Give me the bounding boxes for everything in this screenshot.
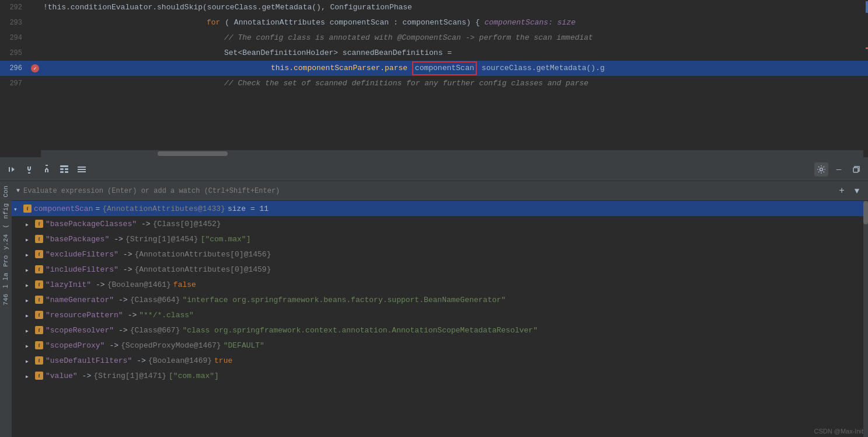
var-row-basePackages[interactable]: ▶ f "basePackages" -> {String[1]@1454} [… [12, 231, 868, 247]
var-type-basePackageClasses: {Class[0]@1452} [153, 220, 221, 228]
expand-arrow-basePackageClasses[interactable]: ▶ [26, 220, 35, 228]
var-type-lazyInit: {Boolean@1461} [107, 280, 171, 289]
view-lines-button[interactable] [75, 162, 89, 176]
var-icon-excludeFilters: f [35, 250, 43, 258]
var-type-nameGenerator: {Class@664} [130, 296, 180, 304]
var-equals: = [95, 204, 100, 213]
var-name-resourcePattern: "resourcePattern" [46, 311, 123, 320]
var-icon-useDefaultFilters: f [35, 356, 43, 365]
var-row-basePackageClasses[interactable]: ▶ f "basePackageClasses" -> {Class[0]@14… [12, 216, 868, 231]
expand-arrow-resourcePattern[interactable]: ▶ [26, 311, 35, 320]
line-content-295: Set<BeanDefinitionHolder> scannedBeanDef… [41, 46, 868, 61]
var-arrow-11: -> [82, 372, 92, 380]
var-row-lazyInit[interactable]: ▶ f "lazyInit" -> {Boolean@1461} false [12, 277, 868, 292]
var-name-scopeResolver: "scopeResolver" [46, 326, 114, 335]
expand-arrow-down[interactable]: ▼ [14, 204, 23, 213]
var-row-includeFilters[interactable]: ▶ f "includeFilters" -> {AnnotationAttri… [12, 262, 868, 277]
var-type-scopedProxy: {ScopedProxyMode@1467} [121, 341, 221, 350]
watermark: CSDN @Max-Init [814, 428, 863, 435]
svg-rect-1 [60, 168, 64, 170]
expand-arrow-excludeFilters[interactable]: ▶ [26, 250, 35, 259]
var-arrow-6: -> [118, 296, 128, 304]
line-number-294: 294 [0, 34, 29, 42]
var-row-component-scan[interactable]: ▼ f componentScan = {AnnotationAttribute… [12, 201, 868, 216]
var-icon-value: f [35, 372, 43, 380]
var-arrow-1: -> [141, 220, 151, 228]
expand-arrow-scopeResolver[interactable]: ▶ [26, 326, 35, 335]
var-row-excludeFilters[interactable]: ▶ f "excludeFilters" -> {AnnotationAttri… [12, 247, 868, 262]
expand-arrow-nameGenerator[interactable]: ▶ [26, 296, 35, 304]
expand-arrow-useDefaultFilters[interactable]: ▶ [26, 356, 35, 365]
var-type-excludeFilters: {AnnotationAttributes[0]@1456} [134, 250, 271, 259]
var-type-value: {String[1]@1471} [93, 372, 166, 380]
restore-button[interactable] [849, 162, 863, 176]
code-line-294: 294 // The config class is annotated wit… [0, 30, 868, 46]
var-type-scopeResolver: {Class@667} [130, 326, 180, 335]
variables-scrollbar[interactable] [863, 201, 868, 437]
var-name-excludeFilters: "excludeFilters" [46, 250, 118, 259]
line-number-292: 292 [0, 4, 29, 12]
horizontal-scrollbar[interactable] [41, 150, 863, 157]
var-arrow-3: -> [123, 250, 133, 259]
var-value-value: ["com.max"] [169, 372, 219, 380]
gutter-296 [29, 64, 41, 72]
expand-arrow-lazyInit[interactable]: ▶ [26, 280, 35, 289]
var-row-scopeResolver[interactable]: ▶ f "scopeResolver" -> {Class@667} "clas… [12, 322, 868, 338]
minimize-button[interactable]: — [832, 162, 846, 176]
main-container: 292 !this.conditionEvaluator.shouldSkip(… [0, 0, 868, 437]
sidebar-label-con: Con [2, 186, 9, 197]
var-row-value[interactable]: ▶ f "value" -> {String[1]@1471} ["com.ma… [12, 368, 868, 383]
step-over-button[interactable] [5, 162, 19, 176]
sidebar-label-746: 746 [2, 294, 9, 306]
var-type-useDefaultFilters: {Boolean@1469} [148, 356, 212, 365]
line-number-296: 296 [0, 64, 29, 72]
var-name-includeFilters: "includeFilters" [46, 265, 118, 274]
var-row-scopedProxy[interactable]: ▶ f "scopedProxy" -> {ScopedProxyMode@14… [12, 338, 868, 353]
line-number-297: 297 [0, 79, 29, 88]
var-value-useDefaultFilters: true [214, 356, 232, 365]
component-scan-highlight: componentScan [412, 61, 477, 75]
var-icon-scopedProxy: f [35, 341, 43, 349]
var-arrow-7: -> [128, 311, 137, 320]
step-out-button[interactable] [40, 162, 54, 176]
eval-collapse-arrow[interactable]: ▼ [16, 188, 20, 194]
svg-rect-4 [65, 171, 68, 173]
var-type-componentScan: {AnnotationAttributes@1433} [102, 204, 225, 213]
step-into-button[interactable] [22, 162, 36, 176]
scroll-thumb[interactable] [866, 1, 868, 13]
debug-toolbar: — [0, 158, 868, 181]
view-table-button[interactable] [57, 162, 71, 176]
scrollbar-thumb-h[interactable] [158, 151, 228, 156]
svg-point-8 [820, 168, 823, 171]
add-watch-button[interactable]: + [835, 185, 848, 197]
code-scrollbar[interactable] [866, 0, 868, 157]
eval-text: Evaluate expression (Enter) or add a wat… [23, 187, 280, 195]
var-row-nameGenerator[interactable]: ▶ f "nameGenerator" -> {Class@664} "inte… [12, 292, 868, 307]
line-content-293: for ( AnnotationAttributes componentScan… [41, 15, 868, 30]
code-line-297: 297 // Check the set of scanned definiti… [0, 76, 868, 91]
expand-arrow-scopedProxy[interactable]: ▶ [26, 341, 35, 350]
expand-arrow-includeFilters[interactable]: ▶ [26, 265, 35, 274]
svg-rect-3 [60, 171, 64, 173]
var-name-value: "value" [46, 372, 78, 380]
var-icon-lazyInit: f [35, 280, 43, 289]
settings-button[interactable] [814, 162, 828, 176]
expand-watch-button[interactable]: ▼ [850, 185, 863, 197]
expand-arrow-basePackages[interactable]: ▶ [26, 235, 35, 244]
var-value-lazyInit: false [173, 280, 196, 289]
code-line-295: 295 Set<BeanDefinitionHolder> scannedBea… [0, 46, 868, 61]
expand-arrow-value[interactable]: ▶ [26, 372, 35, 380]
sidebar-label-nfig: nfig [2, 203, 9, 218]
var-icon-includeFilters: f [35, 265, 43, 273]
toolbar-right-area: — [814, 162, 863, 176]
variables-panel[interactable]: ▼ f componentScan = {AnnotationAttribute… [12, 201, 868, 437]
debug-panel: Con nfig ( y.24 Pro l la 746 ▼ Evaluate … [0, 181, 868, 437]
code-editor: 292 !this.conditionEvaluator.shouldSkip(… [0, 0, 868, 158]
variables-content-area: ▼ Evaluate expression (Enter) or add a w… [12, 181, 868, 437]
var-arrow-5: -> [96, 280, 105, 289]
sidebar-label-pro: Pro [2, 255, 9, 267]
var-name-nameGenerator: "nameGenerator" [46, 296, 114, 304]
var-row-useDefaultFilters[interactable]: ▶ f "useDefaultFilters" -> {Boolean@1469… [12, 353, 868, 368]
var-row-resourcePattern[interactable]: ▶ f "resourcePattern" -> "**/*.class" [12, 307, 868, 322]
scrollbar-thumb-v[interactable] [863, 201, 868, 224]
